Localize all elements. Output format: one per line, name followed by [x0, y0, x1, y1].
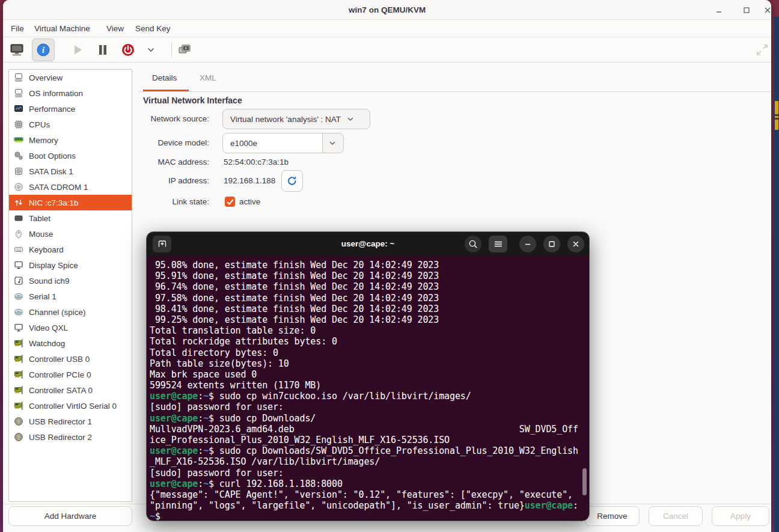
monitor-icon [10, 43, 24, 57]
cancel-button[interactable]: Cancel [649, 506, 703, 526]
nic-icon [14, 198, 23, 207]
sidebar-item-label: USB Redirector 1 [29, 417, 92, 426]
sidebar-item-sata-disk-1[interactable]: SATA Disk 1 [9, 164, 132, 179]
pause-icon [96, 43, 110, 57]
minimize-button[interactable] [713, 5, 724, 16]
sidebar-item-usb-redirector-2[interactable]: USB Redirector 2 [9, 429, 132, 445]
displays-button[interactable] [177, 43, 192, 57]
expand-icon [755, 43, 769, 57]
maximize-icon [742, 5, 751, 15]
sidebar-item-sound-ich9[interactable]: Sound ich9 [9, 273, 132, 289]
maximize-button[interactable] [741, 5, 752, 16]
sidebar-item-label: Tablet [29, 214, 50, 223]
sidebar-item-label: Sound ich9 [29, 277, 70, 286]
fullscreen-button[interactable] [755, 43, 769, 57]
disk-icon [14, 167, 23, 176]
sidebar-item-channel-spice-[interactable]: Channel (spice) [9, 304, 132, 320]
serial-icon [14, 307, 23, 317]
terminal-line: [sudo] password for user: [150, 468, 585, 478]
link-state-value: active [239, 197, 260, 206]
network-source-dropdown[interactable]: Virtual network 'analysis' : NAT [222, 109, 370, 129]
sidebar-item-os-information[interactable]: OS information [9, 85, 132, 101]
link-state-checkbox[interactable] [225, 197, 235, 207]
tablet-icon [14, 213, 23, 223]
info-icon: i [36, 43, 50, 57]
tab-xml[interactable]: XML [200, 73, 216, 82]
shutdown-button[interactable] [121, 43, 135, 57]
network-source-value: Virtual network 'analysis' : NAT [230, 115, 341, 124]
serial-icon [14, 292, 23, 301]
hardware-details-button[interactable]: i [32, 38, 55, 61]
remove-button[interactable]: Remove [585, 506, 640, 526]
sidebar-item-keyboard[interactable]: Keyboard [9, 242, 132, 257]
sidebar-item-nic-c7-3a-1b[interactable]: NIC :c7:3a:1b [9, 195, 132, 210]
sidebar-item-cpus[interactable]: CPUs [9, 117, 132, 132]
close-icon [570, 239, 581, 249]
sidebar-item-sata-cdrom-1[interactable]: SATA CDROM 1 [9, 179, 132, 195]
play-icon [70, 43, 85, 57]
search-icon [468, 239, 478, 249]
sidebar-item-boot-options[interactable]: Boot Options [9, 148, 132, 164]
menu-view[interactable]: View [104, 20, 126, 37]
sidebar-item-serial-1[interactable]: Serial 1 [9, 289, 132, 304]
sidebar-item-controller-virtio-serial-0[interactable]: Controller VirtIO Serial 0 [9, 398, 132, 414]
terminal-maximize-button[interactable] [543, 236, 560, 252]
sidebar-item-label: NIC :c7:3a:1b [29, 198, 79, 207]
sidebar-item-label: Controller SATA 0 [29, 386, 93, 395]
terminal-output[interactable]: 95.08% done, estimate finish Wed Dec 20 … [147, 256, 589, 521]
terminal-close-button[interactable] [567, 236, 584, 252]
device-model-entry[interactable]: e1000e [223, 133, 323, 153]
terminal-minimize-button[interactable] [519, 236, 536, 252]
shutdown-menu-button[interactable] [145, 43, 156, 57]
sidebar-item-label: OS information [29, 89, 83, 98]
sidebar-item-memory[interactable]: Memory [9, 132, 132, 148]
memory-icon [14, 135, 23, 145]
terminal-menu-button[interactable] [489, 236, 507, 252]
tab-details[interactable]: Details [152, 73, 177, 82]
menubar: FileVirtual MachineViewSend Key [3, 20, 771, 37]
keyboard-icon [14, 245, 23, 254]
sidebar-item-performance[interactable]: Performance [9, 101, 132, 117]
terminal-search-button[interactable] [465, 236, 481, 252]
terminal-line: Total rockridge attributes bytes: 0 [150, 336, 585, 347]
apply-button[interactable]: Apply [712, 506, 769, 526]
menu-virtual-machine[interactable]: Virtual Machine [32, 20, 93, 37]
pause-button[interactable] [96, 43, 110, 57]
pci-icon [14, 385, 23, 395]
sidebar-item-label: SATA Disk 1 [29, 167, 73, 176]
sidebar-item-overview[interactable]: Overview [9, 70, 132, 85]
check-icon [225, 197, 235, 207]
sidebar-item-watchdog[interactable]: Watchdog [9, 335, 132, 351]
terminal-line: 99.25% done, estimate finish Wed Dec 20 … [150, 314, 585, 325]
terminal-line: Total translation table size: 0 [150, 325, 585, 336]
sidebar-item-label: Video QXL [29, 323, 68, 332]
sidebar-item-tablet[interactable]: Tablet [9, 210, 132, 226]
close-button[interactable] [762, 5, 771, 16]
mac-address-value: 52:54:00:c7:3a:1b [224, 157, 289, 167]
menu-send-key[interactable]: Send Key [133, 20, 173, 37]
add-hardware-button[interactable]: Add Hardware [8, 506, 132, 526]
device-model-combobox[interactable]: e1000e [222, 133, 344, 153]
sidebar-item-display-spice[interactable]: Display Spice [9, 257, 132, 273]
terminal-line: 97.58% done, estimate finish Wed Dec 20 … [150, 293, 585, 304]
sidebar-item-controller-sata-0[interactable]: Controller SATA 0 [9, 382, 132, 398]
sidebar-item-usb-redirector-1[interactable]: USB Redirector 1 [9, 414, 132, 429]
sidebar-item-label: Watchdog [29, 339, 65, 348]
toolbar-separator [171, 43, 172, 57]
terminal-line: {"message": "CAPE Agent!", "version": "0… [150, 489, 585, 500]
terminal-line: Path table size(bytes): 10 [150, 358, 585, 369]
sidebar-item-controller-pcie-0[interactable]: Controller PCIe 0 [9, 367, 132, 382]
run-button[interactable] [70, 43, 85, 57]
console-button[interactable] [10, 43, 24, 57]
chevron-down-icon [146, 45, 156, 55]
pci-icon [14, 370, 23, 379]
sidebar-item-video-qxl[interactable]: Video QXL [9, 320, 132, 335]
display-icon [14, 260, 23, 270]
sidebar-item-mouse[interactable]: Mouse [9, 226, 132, 242]
sidebar-item-controller-usb-0[interactable]: Controller USB 0 [9, 351, 132, 367]
link-state-label: Link state: [138, 197, 209, 207]
menu-file[interactable]: File [8, 20, 26, 37]
refresh-ip-button[interactable] [281, 170, 303, 192]
mac-address-label: MAC address: [138, 157, 209, 167]
terminal-scrollbar[interactable] [582, 468, 587, 495]
